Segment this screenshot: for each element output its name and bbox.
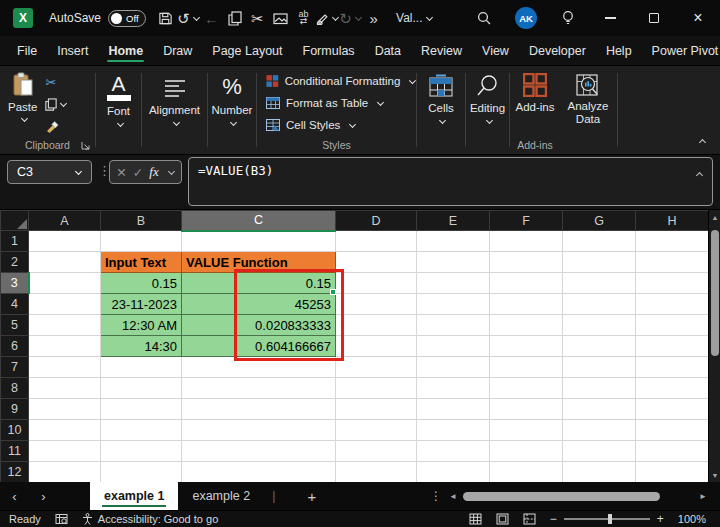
autosave-toggle[interactable]: Off: [108, 10, 146, 27]
cancel-entry-button[interactable]: ✕: [116, 165, 126, 180]
cell-E4[interactable]: [417, 294, 490, 315]
cell-H6[interactable]: [636, 336, 709, 357]
cell-B5[interactable]: 12:30 AM: [101, 315, 182, 336]
cell-E11[interactable]: [417, 441, 490, 462]
undo-dropdown-chevron[interactable]: [193, 13, 200, 20]
cell-H4[interactable]: [636, 294, 709, 315]
column-header-A[interactable]: A: [29, 211, 101, 231]
zoom-slider-thumb[interactable]: [608, 514, 612, 524]
cell-E6[interactable]: [417, 336, 490, 357]
page-break-preview-button[interactable]: [523, 513, 536, 525]
cell-C3[interactable]: 0.15: [182, 273, 336, 294]
cell-D5[interactable]: [336, 315, 417, 336]
fx-dropdown-chevron[interactable]: [168, 167, 175, 174]
back-button[interactable]: ←: [200, 5, 223, 31]
cell-A3[interactable]: [29, 273, 101, 294]
cell-F3[interactable]: [490, 273, 563, 294]
cell-B3[interactable]: 0.15: [101, 273, 182, 294]
cell-A4[interactable]: [29, 294, 101, 315]
cell-H1[interactable]: [636, 231, 709, 252]
cell-E2[interactable]: [417, 252, 490, 273]
scroll-right-button[interactable]: ►: [699, 492, 707, 501]
column-header-F[interactable]: F: [490, 211, 563, 231]
redo-button[interactable]: ↻: [339, 5, 362, 31]
cell-F1[interactable]: [490, 231, 563, 252]
cell-F4[interactable]: [490, 294, 563, 315]
cell-H5[interactable]: [636, 315, 709, 336]
insert-function-button[interactable]: fx: [149, 164, 158, 180]
cell-A11[interactable]: [29, 441, 101, 462]
cell-H10[interactable]: [636, 420, 709, 441]
cell-A9[interactable]: [29, 399, 101, 420]
column-header-E[interactable]: E: [417, 211, 490, 231]
cell-G3[interactable]: [563, 273, 636, 294]
cell-C6[interactable]: 0.604166667: [182, 336, 336, 357]
cell-E1[interactable]: [417, 231, 490, 252]
cell-F10[interactable]: [490, 420, 563, 441]
cell-F5[interactable]: [490, 315, 563, 336]
undo-button[interactable]: ↺: [177, 5, 200, 31]
cell-E3[interactable]: [417, 273, 490, 294]
cell-B7[interactable]: [101, 357, 182, 378]
cell-C9[interactable]: [182, 399, 336, 420]
document-title[interactable]: Val...: [396, 11, 432, 25]
column-header-D[interactable]: D: [336, 211, 417, 231]
cell-H8[interactable]: [636, 378, 709, 399]
copy-ribbon-button[interactable]: [45, 96, 67, 112]
row-header-3[interactable]: 3: [1, 273, 29, 294]
zoom-in-button[interactable]: +: [657, 512, 664, 526]
cell-D12[interactable]: [336, 462, 417, 483]
cell-B10[interactable]: [101, 420, 182, 441]
cell-G6[interactable]: [563, 336, 636, 357]
minimize-button[interactable]: [588, 0, 632, 36]
cell-D9[interactable]: [336, 399, 417, 420]
cell-H11[interactable]: [636, 441, 709, 462]
cell-D6[interactable]: [336, 336, 417, 357]
cell-B2[interactable]: Input Text: [101, 252, 182, 273]
cell-A8[interactable]: [29, 378, 101, 399]
cell-C7[interactable]: [182, 357, 336, 378]
cell-A1[interactable]: [29, 231, 101, 252]
cell-E5[interactable]: [417, 315, 490, 336]
maximize-button[interactable]: [632, 0, 676, 36]
addins-button[interactable]: Add-ins: [510, 73, 560, 126]
conditional-formatting-button[interactable]: Conditional Formatting: [266, 73, 416, 89]
cell-D4[interactable]: [336, 294, 417, 315]
accessibility-status[interactable]: Accessibility: Good to go: [82, 513, 218, 525]
menu-tab-view[interactable]: View: [472, 36, 519, 65]
zoom-slider[interactable]: [564, 518, 650, 520]
cell-H12[interactable]: [636, 462, 709, 483]
ink-button[interactable]: [315, 5, 339, 31]
cell-H2[interactable]: [636, 252, 709, 273]
horizontal-scroll-thumb[interactable]: [463, 492, 660, 501]
cell-C8[interactable]: [182, 378, 336, 399]
search-button[interactable]: [464, 0, 504, 36]
vertical-scroll-thumb[interactable]: [711, 230, 719, 356]
row-header-5[interactable]: 5: [1, 315, 29, 336]
cell-C10[interactable]: [182, 420, 336, 441]
column-header-B[interactable]: B: [101, 211, 182, 231]
name-box[interactable]: C3: [7, 160, 92, 184]
clipboard-dialog-launcher[interactable]: [81, 141, 90, 150]
cell-B12[interactable]: [101, 462, 182, 483]
cell-D10[interactable]: [336, 420, 417, 441]
cell-D11[interactable]: [336, 441, 417, 462]
cell-G8[interactable]: [563, 378, 636, 399]
cell-D3[interactable]: [336, 273, 417, 294]
more-commands-button[interactable]: »: [362, 5, 385, 31]
cell-H3[interactable]: [636, 273, 709, 294]
menu-tab-help[interactable]: Help: [596, 36, 642, 65]
ink-dropdown-chevron[interactable]: [332, 13, 339, 20]
scroll-left-button[interactable]: ◄: [449, 492, 457, 501]
cell-F11[interactable]: [490, 441, 563, 462]
cell-C5[interactable]: 0.020833333: [182, 315, 336, 336]
scroll-down-button[interactable]: ▼: [709, 468, 720, 482]
cell-B9[interactable]: [101, 399, 182, 420]
cell-F9[interactable]: [490, 399, 563, 420]
new-sheet-button[interactable]: +: [307, 488, 316, 505]
zoom-out-button[interactable]: −: [550, 512, 557, 526]
cell-B4[interactable]: 23-11-2023: [101, 294, 182, 315]
save-button[interactable]: [154, 5, 177, 31]
formula-input[interactable]: =VALUE(B3): [188, 157, 713, 206]
cell-B11[interactable]: [101, 441, 182, 462]
